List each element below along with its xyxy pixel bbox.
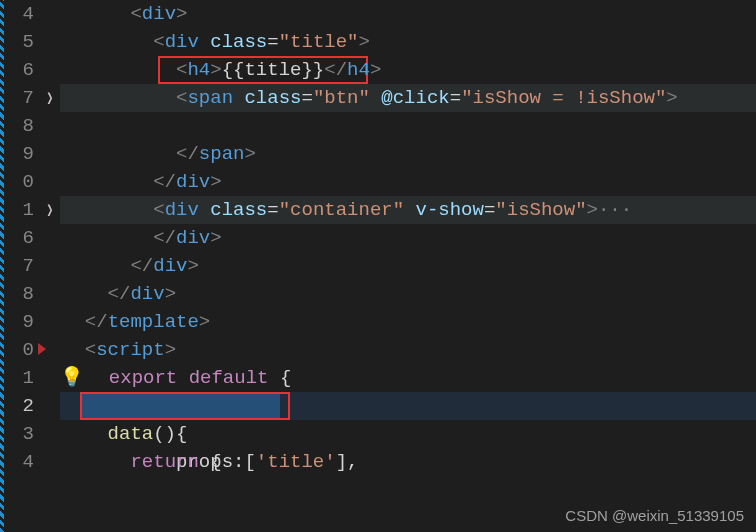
line-number[interactable]: 7 bbox=[4, 84, 34, 112]
line-number[interactable]: 4 bbox=[4, 0, 34, 28]
line-number[interactable]: 5 bbox=[4, 28, 34, 56]
chevron-right-icon: ❯ bbox=[47, 197, 54, 225]
code-line[interactable]: </div> bbox=[60, 252, 756, 280]
line-number[interactable]: 6 bbox=[4, 56, 34, 84]
fold-toggle[interactable]: ❯ bbox=[40, 84, 60, 112]
line-number[interactable]: 9 bbox=[4, 140, 34, 168]
fold-toggle[interactable]: ❯ bbox=[40, 196, 60, 224]
line-number[interactable]: 0 bbox=[4, 168, 34, 196]
code-area[interactable]: <div> <div class="title"> <h4>{{title}}<… bbox=[60, 0, 756, 532]
code-line[interactable]: <div class="title"> bbox=[60, 28, 756, 56]
code-line[interactable]: data(){ bbox=[60, 420, 756, 448]
line-number[interactable]: 7 bbox=[4, 252, 34, 280]
code-line[interactable]: <script> bbox=[60, 336, 756, 364]
code-line[interactable]: </div> bbox=[60, 280, 756, 308]
lightbulb-icon[interactable]: 💡 bbox=[60, 367, 84, 389]
error-marker-icon bbox=[38, 343, 46, 355]
line-number[interactable]: 3 bbox=[4, 420, 34, 448]
folded-indicator[interactable]: ··· bbox=[598, 199, 632, 221]
line-number[interactable]: 8 bbox=[4, 112, 34, 140]
line-number[interactable]: 4 bbox=[4, 448, 34, 476]
code-editor[interactable]: 4 5 6 7 8 9 0 1 6 7 8 9 0 1 2 3 4 ❯ ❯ bbox=[0, 0, 756, 532]
code-line[interactable]: </span> bbox=[60, 140, 756, 168]
text-selection bbox=[82, 393, 280, 419]
code-line[interactable]: 💡 export default { bbox=[60, 364, 756, 392]
line-number[interactable]: 1 bbox=[4, 364, 34, 392]
chevron-right-icon: ❯ bbox=[47, 85, 54, 113]
line-number-gutter[interactable]: 4 5 6 7 8 9 0 1 6 7 8 9 0 1 2 3 4 bbox=[4, 0, 40, 532]
line-number[interactable]: 2 bbox=[4, 392, 34, 420]
line-number[interactable]: 6 bbox=[4, 224, 34, 252]
code-line[interactable]: <span class="btn" @click="isShow = !isSh… bbox=[60, 84, 756, 112]
code-line[interactable]: <div class="container" v-show="isShow">·… bbox=[60, 196, 756, 224]
line-number[interactable]: 9 bbox=[4, 308, 34, 336]
code-line[interactable]: <div> bbox=[60, 0, 756, 28]
code-line[interactable]: props:['title'], bbox=[60, 392, 756, 420]
watermark-text: CSDN @weixin_51339105 bbox=[565, 507, 744, 524]
code-line[interactable] bbox=[60, 112, 756, 140]
code-line[interactable]: </div> bbox=[60, 168, 756, 196]
code-line[interactable]: return { bbox=[60, 448, 756, 476]
code-line[interactable]: </template> bbox=[60, 308, 756, 336]
code-line[interactable]: </div> bbox=[60, 224, 756, 252]
code-line[interactable]: <h4>{{title}}</h4> bbox=[60, 56, 756, 84]
line-number[interactable]: 1 bbox=[4, 196, 34, 224]
line-number[interactable]: 8 bbox=[4, 280, 34, 308]
folding-column[interactable]: ❯ ❯ bbox=[40, 0, 60, 532]
line-number[interactable]: 0 bbox=[4, 336, 34, 364]
